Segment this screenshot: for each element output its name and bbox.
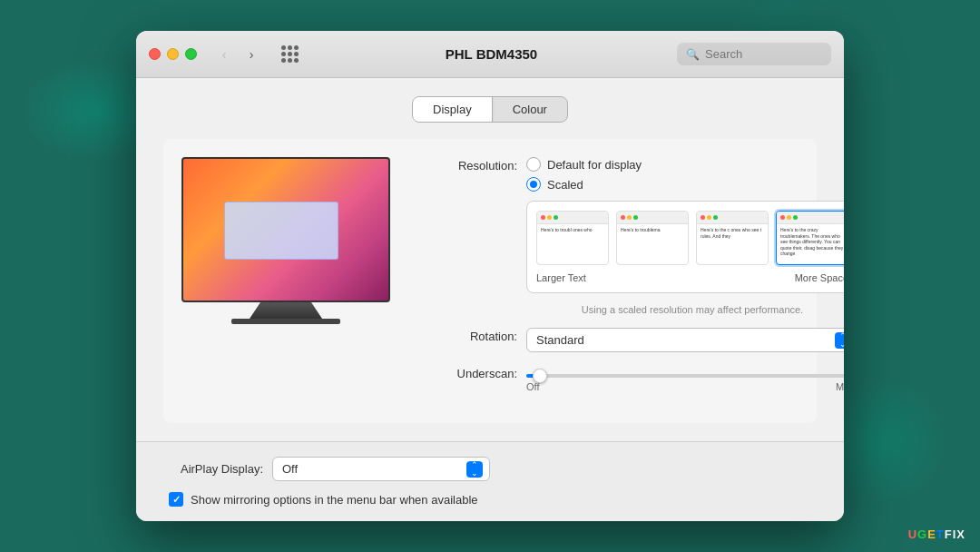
- watermark-g: G: [917, 527, 927, 541]
- monitor-preview: [181, 157, 390, 405]
- back-button[interactable]: ‹: [211, 42, 237, 67]
- bottom-area: AirPlay Display: Off ⌃⌄ Show mirroring o…: [136, 441, 844, 521]
- scale-header-1: [537, 212, 608, 224]
- titlebar: ‹ › PHL BDM4350 🔍: [136, 31, 844, 78]
- window-title: PHL BDM4350: [315, 46, 668, 62]
- scale-body-3: Here's to the c ones who see t rules. An…: [697, 224, 768, 264]
- grid-icon: [281, 45, 299, 63]
- close-button[interactable]: [149, 48, 161, 60]
- mini-red-4: [780, 215, 785, 220]
- scale-option-1[interactable]: Here's to troubl ones who: [536, 211, 609, 265]
- rotation-select[interactable]: Standard 90° 180° 270°: [526, 328, 844, 352]
- airplay-label: AirPlay Display:: [163, 462, 263, 476]
- scale-header-2: [617, 212, 688, 224]
- resolution-row: Resolution: Default for display Scaled: [417, 157, 844, 315]
- underscan-slider-container: Off More: [526, 365, 844, 392]
- monitor-base: [231, 319, 340, 324]
- scale-option-4[interactable]: Here's to the crazy troublemakers. The o…: [776, 211, 844, 265]
- underscan-label: Underscan:: [417, 365, 517, 380]
- scale-body-1: Here's to troubl ones who: [537, 224, 608, 264]
- scale-labels: Larger Text More Space: [536, 272, 844, 283]
- watermark-e: E: [927, 527, 936, 541]
- scale-container: Here's to troubl ones who Here's to trou…: [526, 201, 844, 293]
- underscan-row: Underscan: Off More: [417, 365, 844, 392]
- resolution-radio-group: Default for display Scaled: [526, 157, 844, 315]
- search-input[interactable]: [705, 47, 822, 61]
- resolution-label: Resolution:: [417, 157, 517, 172]
- main-panel: Resolution: Default for display Scaled: [163, 139, 817, 423]
- traffic-lights: [149, 48, 197, 60]
- resolution-default-option[interactable]: Default for display: [526, 157, 844, 172]
- tab-display[interactable]: Display: [413, 97, 492, 122]
- forward-button[interactable]: ›: [239, 42, 264, 67]
- mini-green-4: [793, 215, 798, 220]
- mini-red-2: [621, 215, 625, 220]
- scale-previews: Here's to troubl ones who Here's to trou…: [536, 211, 844, 265]
- mini-yellow-4: [787, 215, 791, 220]
- monitor-screen: [181, 157, 390, 302]
- airplay-row: AirPlay Display: Off ⌃⌄: [163, 457, 817, 481]
- mini-yellow-3: [707, 215, 711, 220]
- minimize-button[interactable]: [167, 48, 179, 60]
- scale-header-3: [697, 212, 768, 224]
- tab-group: Display Colour: [412, 96, 568, 123]
- scale-body-4: Here's to the crazy troublemakers. The o…: [777, 224, 844, 264]
- radio-scaled: [526, 177, 541, 192]
- rotation-select-wrapper: Standard 90° 180° 270° ⌃⌄: [526, 328, 844, 352]
- monitor-stand: [250, 302, 322, 319]
- mini-green-1: [554, 215, 558, 220]
- fullscreen-button[interactable]: [185, 48, 197, 60]
- scale-header-4: [777, 212, 844, 224]
- airplay-select-wrapper: Off ⌃⌄: [272, 457, 490, 481]
- radio-default: [526, 157, 541, 172]
- mini-green-2: [633, 215, 638, 220]
- rotation-row: Rotation: Standard 90° 180° 270° ⌃⌄: [417, 328, 844, 352]
- mini-yellow-1: [547, 215, 552, 220]
- watermark-t: T: [936, 527, 945, 541]
- mini-yellow-2: [627, 215, 632, 220]
- checkbox-label: Show mirroring options in the menu bar w…: [191, 493, 478, 507]
- apps-grid-button[interactable]: [277, 42, 302, 67]
- resolution-default-label: Default for display: [547, 158, 642, 172]
- watermark-fix: FIX: [945, 527, 965, 541]
- scale-option-3[interactable]: Here's to the c ones who see t rules. An…: [696, 211, 769, 265]
- mini-red-3: [701, 215, 705, 220]
- scale-option-2[interactable]: Here's to troublema: [616, 211, 689, 265]
- slider-label-off: Off: [526, 381, 539, 392]
- mini-green-3: [713, 215, 718, 220]
- search-icon: 🔍: [686, 48, 700, 61]
- underscan-slider[interactable]: [526, 374, 844, 378]
- nav-buttons: ‹ ›: [211, 42, 264, 67]
- scale-note: Using a scaled resolution may affect per…: [526, 304, 844, 315]
- checkbox-row: Show mirroring options in the menu bar w…: [163, 492, 817, 507]
- tab-colour[interactable]: Colour: [493, 97, 567, 122]
- mirroring-checkbox[interactable]: [169, 492, 183, 507]
- resolution-scaled-option[interactable]: Scaled: [526, 177, 844, 192]
- tab-bar: Display Colour: [163, 96, 817, 123]
- watermark-u: U: [908, 527, 917, 541]
- scale-body-2: Here's to troublema: [617, 224, 688, 264]
- watermark: UGETFIX: [908, 527, 965, 541]
- rotation-label: Rotation:: [417, 328, 517, 343]
- scale-label-right: More Space: [795, 272, 844, 283]
- settings-panel: Resolution: Default for display Scaled: [417, 157, 844, 405]
- search-bar[interactable]: 🔍: [677, 43, 831, 65]
- slider-label-more: More: [836, 381, 844, 392]
- resolution-scaled-label: Scaled: [547, 178, 583, 192]
- mini-red-1: [541, 215, 545, 220]
- scale-label-left: Larger Text: [536, 272, 586, 283]
- content-area: Display Colour Resolution:: [136, 78, 844, 441]
- settings-window: ‹ › PHL BDM4350 🔍 Display Colour: [136, 31, 844, 521]
- airplay-select[interactable]: Off: [272, 457, 490, 481]
